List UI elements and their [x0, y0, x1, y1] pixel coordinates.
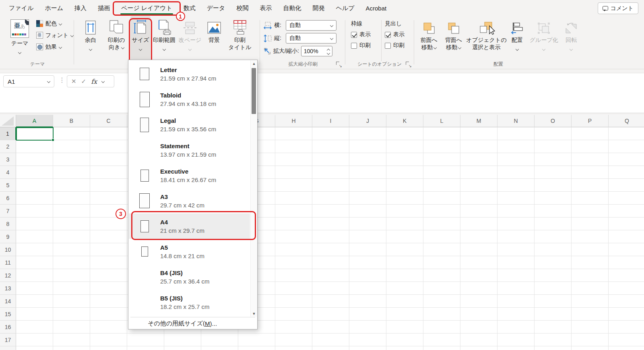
cell-O13[interactable] [535, 282, 572, 295]
cell-M15[interactable] [460, 308, 497, 321]
cell-Q6[interactable] [609, 192, 644, 205]
cell-L9[interactable] [423, 230, 460, 243]
cell-J1[interactable] [349, 127, 386, 140]
cell-C5[interactable] [90, 179, 127, 192]
cell-O14[interactable] [535, 295, 572, 308]
cell-K[interactable] [386, 346, 423, 350]
gridlines-view-checkbox[interactable]: 表示 [351, 31, 380, 38]
cell-I[interactable] [312, 346, 349, 350]
scale-width-select[interactable]: 自動 [286, 20, 336, 31]
cell-H15[interactable] [275, 308, 312, 321]
tab-ホーム[interactable]: ホーム [39, 0, 69, 16]
cell-O1[interactable] [535, 127, 572, 140]
cell-C15[interactable] [90, 308, 127, 321]
cell-L6[interactable] [423, 192, 460, 205]
insert-function-icon[interactable]: fx [91, 78, 97, 85]
column-header-P[interactable]: P [572, 115, 609, 127]
cell-I7[interactable] [312, 205, 349, 217]
formula-bar-grip-icon[interactable]: ⋮ [59, 76, 65, 84]
cell-B11[interactable] [53, 256, 90, 269]
gridlines-print-checkbox[interactable]: 印刷 [351, 42, 380, 49]
cell-Q[interactable] [609, 346, 644, 350]
cell-N15[interactable] [497, 308, 535, 321]
spinner-arrows-icon[interactable] [327, 48, 330, 54]
cell-K3[interactable] [386, 153, 423, 166]
cell-J8[interactable] [349, 217, 386, 230]
cell-A3[interactable] [16, 153, 53, 166]
cell-J9[interactable] [349, 230, 386, 243]
headings-print-checkbox[interactable]: 印刷 [385, 42, 414, 49]
cell-M5[interactable] [460, 179, 497, 192]
cell-K9[interactable] [386, 230, 423, 243]
cell-B7[interactable] [53, 205, 90, 217]
row-header-10[interactable]: 10 [0, 243, 16, 256]
cell-H17[interactable] [275, 333, 312, 346]
cell-B5[interactable] [53, 179, 90, 192]
cell-Q11[interactable] [609, 256, 644, 269]
row-header-8[interactable]: 8 [0, 217, 16, 230]
row-header-7[interactable]: 7 [0, 205, 16, 217]
cell-C6[interactable] [90, 192, 127, 205]
cell-K7[interactable] [386, 205, 423, 217]
cell-P5[interactable] [572, 179, 609, 192]
cell-O17[interactable] [535, 333, 572, 346]
row-header-9[interactable]: 9 [0, 230, 16, 243]
row-header-12[interactable]: 12 [0, 269, 16, 282]
cell-E[interactable] [164, 346, 201, 350]
cell-A4[interactable] [16, 166, 53, 179]
cell-O6[interactable] [535, 192, 572, 205]
row-header-15[interactable]: 15 [0, 308, 16, 321]
row-header-1[interactable]: 1 [0, 127, 16, 140]
cell-L2[interactable] [423, 140, 460, 153]
cell-N5[interactable] [497, 179, 535, 192]
paper-size-item-B5 (JIS)[interactable]: B5 (JIS)18.2 cm x 25.7 cm [129, 290, 250, 315]
cell-K5[interactable] [386, 179, 423, 192]
cell-G[interactable] [238, 346, 275, 350]
tab-挿入[interactable]: 挿入 [69, 0, 92, 16]
cell-H5[interactable] [275, 179, 312, 192]
tab-ページ レイアウト[interactable]: ページ レイアウト1 [116, 0, 178, 16]
cell-N3[interactable] [497, 153, 535, 166]
cell-I11[interactable] [312, 256, 349, 269]
cell-O7[interactable] [535, 205, 572, 217]
cell-J12[interactable] [349, 269, 386, 282]
cell-P10[interactable] [572, 243, 609, 256]
column-header-A[interactable]: A [16, 115, 53, 127]
menu-scrollbar[interactable]: ▲ ▼ [250, 60, 257, 317]
cell-H1[interactable] [275, 127, 312, 140]
cell-O3[interactable] [535, 153, 572, 166]
cell-K16[interactable] [386, 321, 423, 333]
paper-size-item-Tabloid[interactable]: Tabloid27.94 cm x 43.18 cm [129, 87, 250, 112]
cell-C11[interactable] [90, 256, 127, 269]
cell-Q5[interactable] [609, 179, 644, 192]
cell-F[interactable] [201, 346, 238, 350]
cell-L16[interactable] [423, 321, 460, 333]
cell-L4[interactable] [423, 166, 460, 179]
cell-Q3[interactable] [609, 153, 644, 166]
cell-B12[interactable] [53, 269, 90, 282]
cell-J16[interactable] [349, 321, 386, 333]
cell-B[interactable] [53, 346, 90, 350]
cell-H14[interactable] [275, 295, 312, 308]
row-header-16[interactable]: 16 [0, 321, 16, 333]
cell-B3[interactable] [53, 153, 90, 166]
cell-H6[interactable] [275, 192, 312, 205]
row-header-4[interactable]: 4 [0, 166, 16, 179]
cell-N12[interactable] [497, 269, 535, 282]
cell-B15[interactable] [53, 308, 90, 321]
cell-O16[interactable] [535, 321, 572, 333]
cell-C3[interactable] [90, 153, 127, 166]
more-paper-sizes-item[interactable]: その他の用紙サイズ(M)... [128, 318, 257, 329]
cell-H11[interactable] [275, 256, 312, 269]
cell-K4[interactable] [386, 166, 423, 179]
cell-C16[interactable] [90, 321, 127, 333]
cell-K13[interactable] [386, 282, 423, 295]
tab-データ[interactable]: データ [201, 0, 231, 16]
cell-P16[interactable] [572, 321, 609, 333]
row-header-5[interactable]: 5 [0, 179, 16, 192]
cell-J7[interactable] [349, 205, 386, 217]
cell-P13[interactable] [572, 282, 609, 295]
cell-P17[interactable] [572, 333, 609, 346]
cell-I3[interactable] [312, 153, 349, 166]
row-header-11[interactable]: 11 [0, 256, 16, 269]
